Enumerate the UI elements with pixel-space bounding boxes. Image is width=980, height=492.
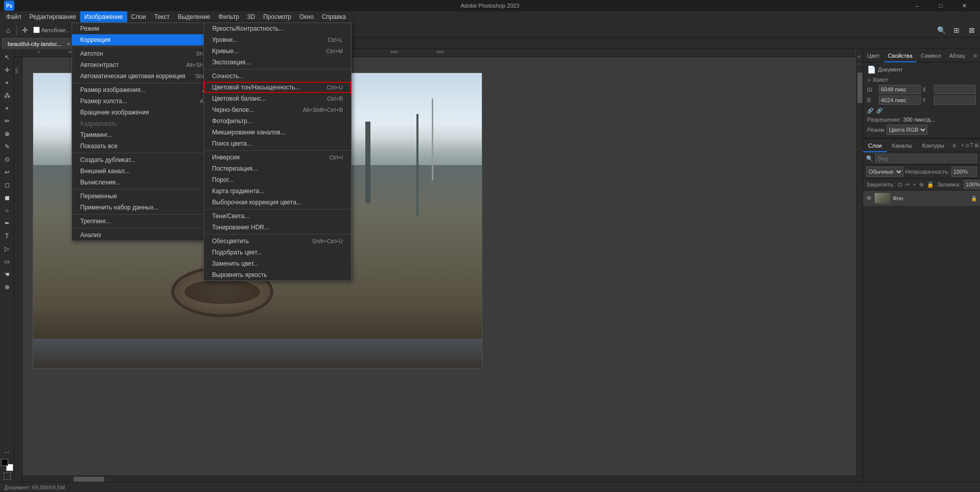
tab-layers[interactable]: Слои: [863, 139, 887, 152]
hscrollbar[interactable]: [22, 476, 862, 482]
submenu-hdr-toning[interactable]: Тонирование HDR...: [204, 222, 351, 233]
auto-select-option[interactable]: Автобоке...: [31, 24, 73, 36]
vscrollbar-thumb[interactable]: [857, 73, 862, 103]
submenu-posterize[interactable]: Постеризация...: [204, 163, 351, 174]
submenu-threshold[interactable]: Порог...: [204, 174, 351, 185]
lasso-tool[interactable]: ⌖: [1, 77, 13, 89]
lock-pos-btn[interactable]: ⊡: [898, 181, 902, 188]
tab-properties[interactable]: Свойства: [884, 49, 917, 62]
submenu-replace-color[interactable]: Заменить цвет...: [204, 258, 351, 269]
fg-color-swatch[interactable]: [1, 459, 8, 466]
submenu-brightness-contrast[interactable]: Яркость/Контрастность...: [204, 23, 351, 34]
menu-window[interactable]: Окно: [295, 11, 318, 22]
move-tool-button[interactable]: ✛: [19, 24, 31, 36]
layers-search-input[interactable]: [875, 154, 977, 163]
shape-tool[interactable]: ▭: [1, 255, 13, 268]
menu-layers[interactable]: Слои: [127, 11, 150, 22]
submenu-color-balance[interactable]: Цветовой баланс... Ctrl+B: [204, 93, 351, 104]
tab-channels[interactable]: Каналы: [887, 139, 917, 152]
close-button[interactable]: ✕: [952, 0, 976, 11]
spot-heal-tool[interactable]: ⊕: [1, 128, 13, 140]
home-button[interactable]: ⌂: [2, 24, 14, 36]
blend-mode-select[interactable]: Обычные: [866, 167, 903, 177]
hand-tool[interactable]: ☚: [1, 268, 13, 280]
lock-art-btn[interactable]: +: [913, 181, 916, 188]
magic-wand-tool[interactable]: ⁂: [1, 89, 13, 102]
menu-filter[interactable]: Фильтр: [215, 11, 243, 22]
eraser-tool[interactable]: ◻: [1, 179, 13, 191]
minimize-button[interactable]: –: [905, 0, 929, 11]
text-layer-btn[interactable]: T: [970, 143, 973, 148]
tab-paths[interactable]: Контуры: [917, 139, 949, 152]
submenu-color-lookup[interactable]: Поиск цвета...: [204, 138, 351, 149]
menu-view[interactable]: Просмотр: [259, 11, 295, 22]
gradient-tool[interactable]: ◼: [1, 192, 13, 204]
pen-tool[interactable]: ✒: [1, 217, 13, 229]
submenu-selective-color[interactable]: Выборочная коррекция цвета...: [204, 197, 351, 208]
workspace-button[interactable]: ⊞: [950, 24, 963, 36]
submenu-invert[interactable]: Инверсия Ctrl+I: [204, 152, 351, 163]
fill-value[interactable]: 100%: [964, 180, 980, 189]
menu-file[interactable]: Файл: [2, 11, 26, 22]
add-layer-btn[interactable]: +: [961, 143, 964, 148]
properties-menu-button[interactable]: ≡: [970, 49, 980, 62]
lock-move-btn[interactable]: ⊕: [919, 181, 924, 188]
submenu-gradient-map[interactable]: Карта градиента...: [204, 185, 351, 197]
quick-mask-button[interactable]: [4, 473, 11, 480]
layer-row-background[interactable]: 👁 Фон 🔒: [863, 191, 980, 206]
maximize-button[interactable]: □: [929, 0, 952, 11]
menu-text[interactable]: Текст: [150, 11, 174, 22]
brush-tool[interactable]: ✎: [1, 140, 13, 153]
history-brush-tool[interactable]: ↩: [1, 166, 13, 178]
mask-btn[interactable]: ⊙: [965, 143, 969, 148]
mode-select[interactable]: Цвета RGB: [886, 125, 927, 135]
submenu-hue-saturation[interactable]: Цветовой тон/Насыщенность... Ctrl+U: [204, 82, 351, 93]
canvas-collapse-icon[interactable]: ∨: [867, 77, 871, 83]
share-button[interactable]: ⊠: [966, 24, 978, 36]
opacity-value[interactable]: 100%: [951, 167, 977, 177]
submenu-equalize[interactable]: Выровнять яркость: [204, 269, 351, 280]
menu-image[interactable]: Изображение: [80, 11, 127, 22]
submenu-shadows-highlights[interactable]: Тени/Света...: [204, 210, 351, 222]
file-tab[interactable]: beautiful-city-landsc... ✕: [2, 38, 77, 49]
vscrollbar[interactable]: [856, 57, 862, 476]
file-tab-close[interactable]: ✕: [66, 41, 71, 47]
layer-visibility-icon[interactable]: 👁: [866, 195, 872, 202]
submenu-levels[interactable]: Уровни... Ctrl+L: [204, 34, 351, 45]
submenu-desaturate[interactable]: Обесцветить Shift+Ctrl+U: [204, 236, 351, 247]
eyedropper-tool[interactable]: ✏: [1, 115, 13, 127]
panel-collapse-button[interactable]: «: [855, 49, 862, 64]
tab-symbol[interactable]: Символ: [917, 49, 945, 62]
grid-btn[interactable]: ⊞: [974, 143, 978, 148]
search-button[interactable]: 🔍: [935, 24, 947, 36]
tab-paragraph[interactable]: Абзац: [945, 49, 969, 62]
crop-tool[interactable]: ⌖: [1, 102, 13, 114]
lock-all-btn[interactable]: 🔒: [927, 181, 934, 188]
menu-help[interactable]: Справка: [318, 11, 350, 22]
path-select-tool[interactable]: ▷: [1, 243, 13, 255]
extra-options[interactable]: ···: [1, 446, 13, 458]
text-tool[interactable]: T: [1, 230, 13, 242]
menu-3d[interactable]: 3D: [243, 11, 259, 22]
submenu-channel-mixer[interactable]: Микширование каналов...: [204, 127, 351, 138]
dodge-tool[interactable]: ○: [1, 204, 13, 217]
move-tool[interactable]: ✛: [1, 64, 13, 76]
selection-tool[interactable]: ↖: [1, 51, 13, 63]
submenu-match-color[interactable]: Подобрать цвет...: [204, 247, 351, 258]
menu-edit[interactable]: Редактирование: [26, 11, 80, 22]
auto-select-checkbox[interactable]: [33, 27, 40, 33]
clone-stamp-tool[interactable]: ⊙: [1, 153, 13, 166]
submenu-photo-filter[interactable]: Фотофильтр...: [204, 115, 351, 127]
lock-draw-btn[interactable]: ✏: [905, 181, 910, 188]
color-swatches[interactable]: [1, 459, 13, 471]
color-balance-shortcut: Ctrl+B: [327, 96, 343, 102]
menu-select[interactable]: Выделение: [174, 11, 215, 22]
zoom-tool[interactable]: ⊕: [1, 281, 13, 293]
submenu-vibrance[interactable]: Сочность...: [204, 71, 351, 82]
layers-menu-button[interactable]: ≡: [949, 139, 959, 152]
hscrollbar-thumb[interactable]: [74, 477, 104, 482]
submenu-curves[interactable]: Кривые... Ctrl+M: [204, 45, 351, 57]
submenu-exposure[interactable]: Экспозиция...: [204, 57, 351, 68]
tab-color[interactable]: Цвет: [863, 49, 884, 62]
submenu-black-white[interactable]: Черно-белое... Alt+Shift+Ctrl+B: [204, 104, 351, 115]
